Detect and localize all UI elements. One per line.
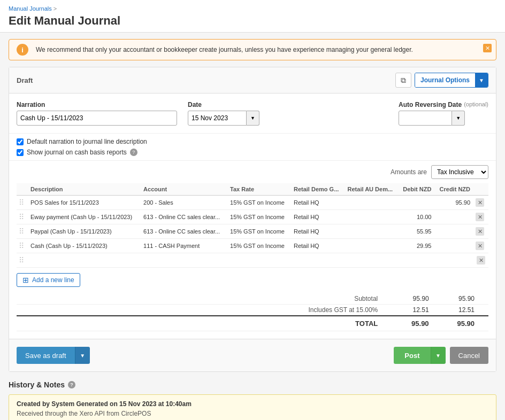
narration-input[interactable] xyxy=(17,111,177,126)
empty-cell[interactable] xyxy=(345,253,399,268)
row-remove-button[interactable]: ✕ xyxy=(476,242,484,250)
row-credit[interactable] xyxy=(434,210,473,224)
header-actions: ⧉ Journal Options ▼ xyxy=(395,73,488,88)
row-tax-rate[interactable]: 15% GST on Income xyxy=(227,210,290,224)
row-description[interactable]: Eway payment (Cash Up - 15/11/2023) xyxy=(27,210,140,224)
copy-button[interactable]: ⧉ xyxy=(395,73,411,88)
post-dropdown-arrow[interactable]: ▼ xyxy=(431,347,446,364)
row-remove-button[interactable]: ✕ xyxy=(477,256,485,265)
drag-handle[interactable]: ⠿ xyxy=(17,239,27,253)
col-retail-au-dem: Retail AU Dem... xyxy=(345,183,399,196)
amounts-are-label: Amounts are xyxy=(391,168,427,176)
page-title: Edit Manual Journal xyxy=(9,14,496,28)
alert-close-button[interactable]: ✕ xyxy=(483,44,492,52)
date-picker-button[interactable]: ▼ xyxy=(247,111,259,126)
row-description[interactable]: Cash (Cash Up - 15/11/2023) xyxy=(27,239,140,253)
row-tax-rate[interactable]: 15% GST on Income xyxy=(227,196,290,210)
cancel-button[interactable]: Cancel xyxy=(450,347,488,364)
form-header: Draft ⧉ Journal Options ▼ xyxy=(9,67,496,94)
empty-cell[interactable] xyxy=(227,253,290,268)
row-tax-rate[interactable]: 15% GST on Income xyxy=(227,224,290,239)
col-account: Account xyxy=(140,183,227,196)
empty-cell[interactable] xyxy=(27,253,140,268)
subtotal-debit: 95.90 xyxy=(386,293,432,305)
breadcrumb[interactable]: Manual Journals > xyxy=(9,5,496,12)
subtotal-credit: 95.90 xyxy=(432,293,478,305)
drag-handle[interactable]: ⠿ xyxy=(19,256,24,265)
default-narration-checkbox[interactable] xyxy=(17,138,24,145)
row-account[interactable]: 200 - Sales xyxy=(140,196,227,210)
total-debit: 95.90 xyxy=(386,316,432,331)
empty-cell[interactable] xyxy=(398,253,434,268)
row-account[interactable]: 111 - CASH Payment xyxy=(140,239,227,253)
empty-cell[interactable] xyxy=(140,253,227,268)
row-account[interactable]: 613 - Online CC sales clear... xyxy=(140,224,227,239)
row-debit[interactable] xyxy=(398,196,434,210)
form-fields: Narration Date ▼ Auto Reversing Date (op… xyxy=(9,94,496,134)
post-wrap: Post ▼ xyxy=(394,347,445,364)
table-row: ⠿ Eway payment (Cash Up - 15/11/2023) 61… xyxy=(17,210,488,224)
history-note-body: Received through the Xero API from Circl… xyxy=(17,410,488,417)
row-col1[interactable]: Retail HQ xyxy=(290,224,345,239)
row-credit[interactable]: 95.90 xyxy=(434,196,473,210)
auto-reverse-input[interactable] xyxy=(399,111,452,126)
row-col1[interactable]: Retail HQ xyxy=(290,239,345,253)
breadcrumb-separator: > xyxy=(53,5,57,12)
row-tax-rate[interactable]: 15% GST on Income xyxy=(227,239,290,253)
save-as-draft-button[interactable]: Save as draft xyxy=(17,347,75,364)
row-debit[interactable]: 10.00 xyxy=(398,210,434,224)
cash-basis-checkbox[interactable] xyxy=(17,149,24,156)
date-input[interactable] xyxy=(188,111,247,126)
row-col2[interactable] xyxy=(345,239,399,253)
auto-reverse-picker-button[interactable]: ▼ xyxy=(452,111,465,126)
subtotal-label: Subtotal xyxy=(300,293,386,305)
row-description[interactable]: Paypal (Cash Up - 15/11/2023) xyxy=(27,224,140,239)
gst-credit: 12.51 xyxy=(432,305,478,316)
main-content: Draft ⧉ Journal Options ▼ Narration Date… xyxy=(9,67,496,372)
save-dropdown-arrow[interactable]: ▼ xyxy=(75,347,90,364)
empty-cell[interactable] xyxy=(434,253,473,268)
drag-handle[interactable]: ⠿ xyxy=(17,210,27,224)
alert-icon: i xyxy=(17,44,28,56)
narration-field-group: Narration xyxy=(17,101,177,126)
alert-text: We recommend that only your accountant o… xyxy=(36,46,413,53)
journal-options-arrow-icon[interactable]: ▼ xyxy=(475,73,488,88)
row-col1[interactable]: Retail HQ xyxy=(290,210,345,224)
journal-table-wrapper: Description Account Tax Rate Retail Demo… xyxy=(9,183,496,270)
row-remove-button[interactable]: ✕ xyxy=(476,198,484,207)
history-title: History & Notes ? xyxy=(9,380,496,389)
row-account[interactable]: 613 - Online CC sales clear... xyxy=(140,210,227,224)
row-description[interactable]: POS Sales for 15/11/2023 xyxy=(27,196,140,210)
row-remove-button[interactable]: ✕ xyxy=(476,213,484,221)
draft-label: Draft xyxy=(17,76,33,84)
row-debit[interactable]: 55.95 xyxy=(398,224,434,239)
row-col2[interactable] xyxy=(345,224,399,239)
cash-basis-checkbox-item: Show journal on cash basis reports ? xyxy=(17,149,488,156)
row-credit[interactable] xyxy=(434,239,473,253)
right-actions: Post ▼ Cancel xyxy=(394,347,488,364)
row-credit[interactable] xyxy=(434,224,473,239)
checkbox-section: Default narration to journal line descri… xyxy=(9,134,496,161)
row-debit[interactable]: 29.95 xyxy=(398,239,434,253)
journal-options-button[interactable]: Journal Options ▼ xyxy=(415,73,488,88)
history-help-icon[interactable]: ? xyxy=(68,381,75,388)
drag-handle[interactable]: ⠿ xyxy=(17,196,27,210)
page-header: Manual Journals > Edit Manual Journal xyxy=(0,0,505,33)
breadcrumb-link[interactable]: Manual Journals xyxy=(9,5,52,12)
row-remove-button[interactable]: ✕ xyxy=(476,227,484,236)
post-button[interactable]: Post xyxy=(394,347,430,364)
row-col2[interactable] xyxy=(345,196,399,210)
total-row: TOTAL 95.90 95.90 xyxy=(17,316,488,331)
drag-handle[interactable]: ⠿ xyxy=(17,224,27,239)
amounts-row: Amounts are Tax Exclusive Tax Inclusive … xyxy=(9,161,496,183)
save-wrap: Save as draft ▼ xyxy=(17,347,90,364)
subtotal-row: Subtotal 95.90 95.90 xyxy=(17,293,488,305)
table-row: ⠿ Cash (Cash Up - 15/11/2023) 111 - CASH… xyxy=(17,239,488,253)
row-col2[interactable] xyxy=(345,210,399,224)
row-col1[interactable]: Retail HQ xyxy=(290,196,345,210)
amounts-select[interactable]: Tax Exclusive Tax Inclusive No Tax xyxy=(431,165,488,179)
help-icon[interactable]: ? xyxy=(130,149,137,156)
total-label: TOTAL xyxy=(300,316,386,331)
add-new-line-button[interactable]: ⊞ Add a new line xyxy=(17,273,80,287)
empty-cell[interactable] xyxy=(290,253,345,268)
